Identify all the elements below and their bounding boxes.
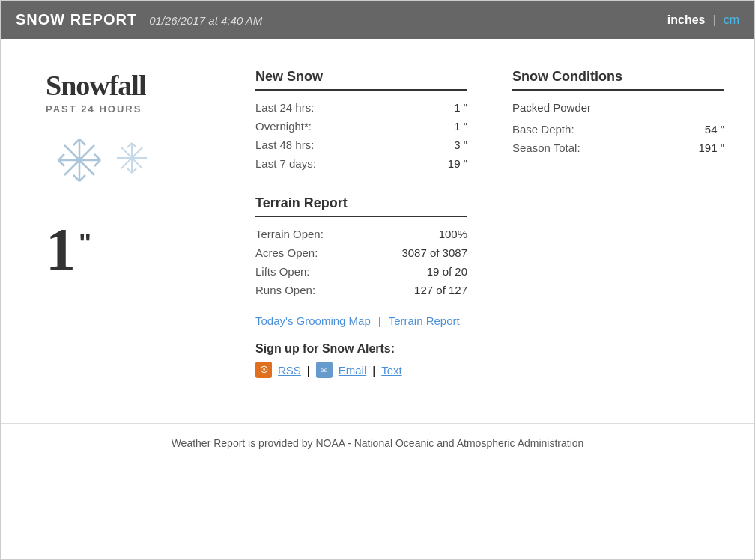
snow-conditions-section: Snow Conditions Packed Powder Base Depth… — [512, 69, 724, 378]
unit-inches[interactable]: inches — [667, 13, 706, 27]
new-snow-row-3: Last 7 days: 19 " — [255, 154, 467, 173]
grooming-map-link[interactable]: Today's Grooming Map — [255, 314, 371, 327]
terrain-row-0: Terrain Open: 100% — [255, 225, 467, 243]
alerts-label: Sign up for Snow Alerts: — [255, 342, 467, 356]
email-icon: ✉ — [316, 362, 333, 378]
snow-conditions-type: Packed Powder — [512, 98, 724, 120]
snow-report-card: SNOW REPORT 01/26/2017 at 4:40 AM inches… — [0, 0, 755, 560]
main-content: Snowfall PAST 24 HOURS — [1, 39, 754, 393]
terrain-report-section: Terrain Report Terrain Open: 100% Acres … — [255, 195, 467, 299]
email-link[interactable]: Email — [339, 364, 367, 377]
middle-column: New Snow Last 24 hrs: 1 " Overnight*: 1 … — [255, 69, 467, 378]
new-snow-row-1: Overnight*: 1 " — [255, 117, 467, 136]
unit-selector: inches | cm — [667, 13, 739, 27]
snowfall-title: Snowfall — [46, 69, 255, 102]
terrain-row-2: Lifts Open: 19 of 20 — [255, 262, 467, 281]
snowfall-amount: 1 " — [46, 219, 255, 279]
snowflake-icon — [46, 127, 255, 201]
text-link[interactable]: Text — [381, 364, 402, 377]
snowfall-section: Snowfall PAST 24 HOURS — [46, 69, 255, 378]
footer: Weather Report is provided by NOAA - Nat… — [1, 423, 754, 463]
header: SNOW REPORT 01/26/2017 at 4:40 AM inches… — [1, 1, 754, 39]
svg-point-12 — [76, 157, 82, 163]
rss-link[interactable]: RSS — [278, 364, 301, 377]
snow-conditions-heading: Snow Conditions — [512, 69, 724, 91]
terrain-links: Today's Grooming Map | Terrain Report — [255, 314, 467, 327]
header-left: SNOW REPORT 01/26/2017 at 4:40 AM — [16, 11, 262, 28]
new-snow-heading: New Snow — [255, 69, 467, 91]
terrain-report-link[interactable]: Terrain Report — [389, 314, 460, 327]
report-date: 01/26/2017 at 4:40 AM — [149, 14, 262, 27]
alerts-divider-1: | — [307, 364, 310, 377]
terrain-row-1: Acres Open: 3087 of 3087 — [255, 243, 467, 262]
links-divider: | — [378, 314, 381, 327]
unit-divider: | — [713, 13, 716, 27]
svg-point-21 — [130, 156, 134, 160]
conditions-row-0: Base Depth: 54 " — [512, 120, 724, 139]
new-snow-row-0: Last 24 hrs: 1 " — [255, 98, 467, 117]
report-title: SNOW REPORT — [16, 11, 137, 28]
rss-icon: ☉ — [255, 362, 272, 378]
new-snow-row-2: Last 48 hrs: 3 " — [255, 136, 467, 154]
new-snow-section: New Snow Last 24 hrs: 1 " Overnight*: 1 … — [255, 69, 467, 173]
conditions-row-1: Season Total: 191 " — [512, 139, 724, 157]
terrain-report-heading: Terrain Report — [255, 195, 467, 217]
snow-alerts-section: Sign up for Snow Alerts: ☉ RSS | ✉ Email… — [255, 342, 467, 378]
terrain-row-3: Runs Open: 127 of 127 — [255, 281, 467, 299]
unit-cm[interactable]: cm — [724, 13, 739, 27]
alerts-links: ☉ RSS | ✉ Email | Text — [255, 362, 467, 378]
right-section: New Snow Last 24 hrs: 1 " Overnight*: 1 … — [255, 69, 724, 378]
alerts-divider-2: | — [372, 364, 375, 377]
footer-text: Weather Report is provided by NOAA - Nat… — [172, 437, 584, 449]
snowfall-subtitle: PAST 24 HOURS — [46, 103, 255, 115]
